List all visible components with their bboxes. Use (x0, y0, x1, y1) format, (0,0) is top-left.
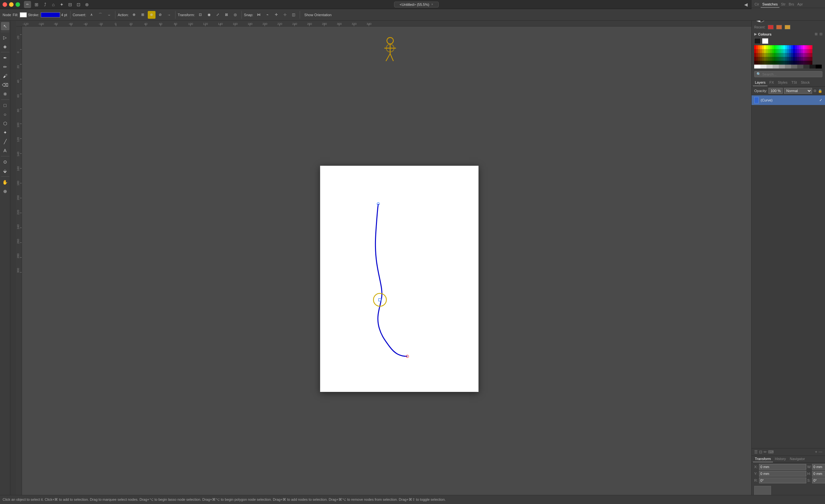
color-cell[interactable] (766, 65, 773, 69)
select-tool[interactable]: ↖ (1, 22, 9, 30)
snap-btn3[interactable]: ✛ (272, 11, 280, 19)
color-cell[interactable] (791, 65, 797, 69)
snap-btn5[interactable]: ◫ (290, 11, 297, 19)
ellipse-tool[interactable]: ○ (1, 110, 9, 118)
action-btn3[interactable]: ⊗ (148, 11, 155, 19)
star-tool[interactable]: ✦ (1, 128, 9, 137)
transform-btn1[interactable]: ⊡ (197, 11, 204, 19)
transform-btn4[interactable]: ⊠ (223, 11, 230, 19)
layer-item[interactable]: (Curve) ✓ (752, 95, 825, 105)
hand-tool[interactable]: ✋ (1, 178, 9, 186)
line-tool[interactable]: ╱ (1, 137, 9, 146)
color-cell[interactable] (779, 65, 785, 69)
layers-opacity-input[interactable] (768, 88, 783, 94)
action-btn2[interactable]: ⊞ (139, 11, 147, 19)
color-cell[interactable] (811, 45, 812, 49)
tab-history[interactable]: History (773, 456, 788, 462)
action-btn4[interactable]: ⊘ (156, 11, 164, 19)
dropper-tool[interactable]: ⊙ (1, 158, 9, 166)
color-cell[interactable] (811, 49, 812, 53)
tab-brs[interactable]: Brs (787, 1, 796, 8)
brush-tool[interactable]: 🖌 (1, 72, 9, 80)
layers-lock-icon[interactable]: 🔒 (818, 89, 822, 93)
text-tool[interactable]: A (1, 146, 9, 155)
recent-swatch-2[interactable] (776, 25, 782, 29)
tab-styles[interactable]: Styles (776, 79, 790, 86)
node-tool[interactable]: ◈ (1, 42, 9, 51)
canvas-area[interactable] (22, 26, 751, 495)
color-cell[interactable] (803, 65, 810, 69)
w-input[interactable] (812, 464, 825, 470)
snap-btn2[interactable]: ⌁ (264, 11, 271, 19)
color-cell[interactable] (811, 53, 812, 57)
transform-btn3[interactable]: ⤢ (214, 11, 222, 19)
zoom-tool[interactable]: ⊕ (1, 187, 9, 195)
bp-add-icon[interactable]: + (815, 450, 817, 454)
star-icon[interactable]: ✦ (58, 1, 65, 8)
show-orientation-btn[interactable]: Show Orientation (302, 11, 333, 19)
title-tab[interactable]: <Untitled> (55.5%) × (394, 2, 439, 7)
tab-layers[interactable]: Layers (753, 79, 767, 86)
recent-swatch-3[interactable] (784, 25, 791, 29)
share-icon[interactable]: ⤴ (42, 1, 49, 8)
color-cell[interactable] (785, 65, 791, 69)
recent-swatch-1[interactable] (768, 25, 773, 29)
tab-close[interactable]: × (431, 3, 433, 6)
color-cell[interactable] (773, 65, 779, 69)
nav-back[interactable]: ◀ (742, 1, 749, 8)
action-btn5[interactable]: → (165, 11, 173, 19)
close-button[interactable] (3, 2, 7, 7)
bp-layers-icon[interactable]: ☰ (754, 450, 758, 454)
h-input[interactable] (812, 471, 825, 477)
layers-settings-icon[interactable]: ⚙ (813, 89, 817, 93)
bp-code-icon[interactable]: ⌨ (768, 450, 773, 454)
pencil-tool[interactable]: ✏ (1, 63, 9, 71)
color-cell[interactable] (754, 65, 760, 69)
grid-icon[interactable]: ⊞ (33, 1, 40, 8)
grid2-icon[interactable]: ⊟ (67, 1, 74, 8)
tab-navigator[interactable]: Navigator (788, 456, 807, 462)
stroke-swatch[interactable] (41, 12, 60, 17)
snap-btn4[interactable]: ⊹ (281, 11, 289, 19)
color-cell[interactable] (811, 61, 812, 65)
convert-btn1[interactable]: ∧ (88, 11, 95, 19)
snap-btn1[interactable]: ⋈ (255, 11, 262, 19)
white-swatch[interactable] (762, 38, 768, 44)
tab-apr[interactable]: Apr (796, 1, 804, 8)
tab-tst[interactable]: TSt (790, 79, 799, 86)
r-input[interactable] (759, 478, 806, 483)
tab-str[interactable]: Str (779, 1, 787, 8)
convert-btn3[interactable]: ⌣ (105, 11, 113, 19)
convert-btn2[interactable]: ⌒ (96, 11, 104, 19)
eraser-tool[interactable]: ⌫ (1, 81, 9, 89)
color-cell[interactable] (811, 57, 812, 61)
tab-fx[interactable]: FX (767, 79, 776, 86)
transform-btn2[interactable]: ◉ (205, 11, 213, 19)
select-icon[interactable]: ⊡ (75, 1, 82, 8)
colors-arrow[interactable]: ▶ (754, 32, 757, 36)
tab-swatches[interactable]: Swatches (761, 1, 779, 8)
maximize-button[interactable] (15, 2, 20, 7)
x-input[interactable] (759, 464, 806, 470)
bp-pen-icon[interactable]: ✏ (764, 450, 767, 454)
bp-copy-icon[interactable]: ⊡ (759, 450, 762, 454)
color-cell[interactable] (797, 65, 803, 69)
polygon-tool[interactable]: ⬡ (1, 119, 9, 128)
spray-tool[interactable]: ※ (1, 90, 9, 98)
fill-tool[interactable]: ⬙ (1, 167, 9, 175)
color-cell[interactable] (816, 65, 822, 69)
black-swatch[interactable] (754, 38, 761, 44)
arrow-tool[interactable]: ▷ (1, 33, 9, 42)
rect-tool[interactable]: □ (1, 101, 9, 109)
minimize-button[interactable] (9, 2, 14, 7)
layers-blend-select[interactable]: Normal (784, 88, 812, 94)
search-box[interactable]: 🔍 (754, 71, 822, 77)
colors-settings-icon[interactable]: ⊞ (815, 32, 818, 36)
action-btn1[interactable]: ⊕ (130, 11, 138, 19)
color-cell[interactable] (810, 65, 816, 69)
tab-transform[interactable]: Transform (753, 456, 773, 462)
colors-list-icon[interactable]: ⊟ (820, 32, 822, 36)
tab-stock[interactable]: Stock (799, 79, 812, 86)
y-input[interactable] (759, 471, 806, 477)
transform-icon[interactable]: ⊗ (83, 1, 90, 8)
